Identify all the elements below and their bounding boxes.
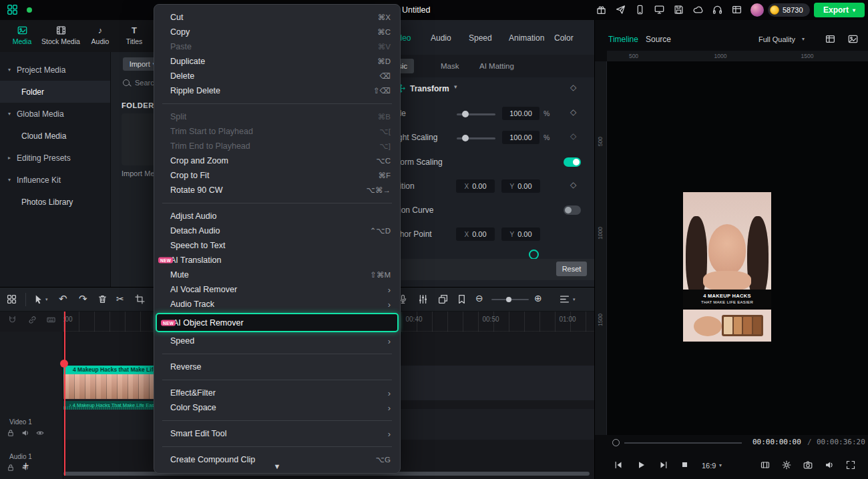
menu-item[interactable]: Trim Start to Playhead ⌥[ › (154, 124, 400, 139)
tab-animation[interactable]: Animation (509, 33, 544, 43)
tab-timeline-preview[interactable]: Timeline (608, 35, 638, 44)
menu-item[interactable]: Mute ⇧⌘M › (154, 268, 400, 282)
sidebar-item[interactable]: Influence Kit (0, 169, 110, 191)
anchor-x-field[interactable]: X0.00 (456, 227, 495, 241)
sidebar-item[interactable]: Folder (0, 81, 110, 103)
menu-item[interactable]: NEW AI Translation › (154, 253, 400, 268)
zoom-in-icon[interactable]: ⊕ (534, 293, 542, 304)
record-screen-icon[interactable] (803, 460, 813, 470)
subtab-mask[interactable]: Mask (434, 59, 465, 73)
play-button[interactable] (636, 460, 646, 470)
render-settings-icon[interactable] (782, 460, 791, 470)
menu-item[interactable]: Color Space › (154, 400, 400, 415)
select-tool-caret-icon[interactable]: ▾ (45, 297, 48, 302)
menu-item[interactable]: Paste ⌘V › (154, 39, 400, 54)
anchor-y-field[interactable]: Y0.00 (501, 227, 540, 241)
tab-stock-media[interactable]: Stock Media (39, 25, 83, 45)
video-hide-icon[interactable] (36, 429, 44, 437)
timeline-zoom-slider[interactable] (491, 299, 529, 300)
height-scaling-knob[interactable] (462, 135, 469, 141)
menu-item[interactable]: NEW AI Object Remover › (156, 313, 399, 332)
phone-link-icon[interactable] (635, 5, 645, 15)
keyframe-layers-icon[interactable] (438, 294, 448, 304)
mute-preview-icon[interactable] (825, 460, 834, 470)
uniform-scaling-toggle[interactable] (564, 157, 581, 167)
height-scaling-slider[interactable] (457, 137, 495, 139)
audio-mixer-icon[interactable] (418, 294, 428, 304)
sidebar-item[interactable]: Photos Library (0, 191, 110, 213)
sidebar-item[interactable]: Editing Presets (0, 147, 110, 169)
menu-item[interactable]: Speech to Text › (154, 238, 400, 253)
manage-tracks-icon[interactable] (560, 294, 570, 304)
menu-scroll-down-icon[interactable]: ▼ (274, 462, 281, 470)
reset-button[interactable]: Reset (556, 262, 587, 276)
tab-source-preview[interactable]: Source (646, 35, 671, 44)
audio-lock-icon[interactable] (7, 464, 15, 472)
playhead[interactable] (64, 312, 65, 476)
menu-item[interactable]: Copy ⌘C › (154, 25, 400, 39)
manage-tracks-caret-icon[interactable]: ▾ (573, 297, 576, 302)
menu-item[interactable]: Delete ⌫ › (154, 69, 400, 83)
snapshot-icon[interactable] (761, 460, 770, 470)
menu-item[interactable]: Speed › (154, 334, 400, 348)
delete-clip-icon[interactable] (97, 294, 107, 304)
export-button[interactable]: Export ▾ (814, 3, 865, 17)
menu-item[interactable]: Rotate 90 CW ⌥⌘→ › (154, 183, 400, 197)
scale-slider-knob[interactable] (462, 111, 469, 117)
auto-ripple-icon[interactable] (8, 316, 17, 324)
timeline-zoom-knob[interactable] (506, 297, 511, 302)
aspect-caret-icon[interactable]: ▾ (719, 462, 722, 468)
sidebar-item[interactable]: Global Media (0, 103, 110, 125)
menu-item[interactable]: Detach Audio ⌃⌥D › (154, 223, 400, 238)
previous-frame-button[interactable] (614, 460, 623, 470)
tab-color[interactable]: Color (554, 33, 574, 43)
rotate-dial[interactable] (529, 250, 539, 260)
support-headset-icon[interactable] (712, 5, 722, 15)
coin-badge[interactable]: 58730 (768, 3, 810, 17)
preview-scrub-track[interactable] (624, 442, 742, 444)
tab-speed[interactable]: Speed (469, 33, 492, 43)
menu-item[interactable]: Cut ⌘X › (154, 10, 400, 25)
scale-slider[interactable] (457, 113, 495, 115)
redo-icon[interactable]: ↷ (79, 293, 87, 305)
menu-item[interactable]: Crop to Fit ⌘F › (154, 168, 400, 183)
menu-item[interactable]: Ripple Delete ⇧⌫ › (154, 83, 400, 98)
tab-titles[interactable]: T Titles (120, 25, 148, 45)
video-preview-frame[interactable]: 4 MAKEUP HACKS THAT MAKE LIFE EASIER (683, 192, 771, 342)
scale-value-field[interactable]: 100.00 (502, 107, 539, 120)
link-clips-icon[interactable] (28, 316, 37, 324)
media-view-icon[interactable] (7, 294, 17, 304)
preview-canvas[interactable]: 4 MAKEUP HACKS THAT MAKE LIFE EASIER (607, 61, 868, 435)
scale-keyframe-icon[interactable]: ◇ (570, 107, 576, 117)
fullscreen-icon[interactable] (846, 460, 855, 470)
video-lock-icon[interactable] (7, 429, 15, 437)
display-icon[interactable] (654, 5, 664, 15)
user-avatar[interactable] (750, 3, 764, 17)
aspect-ratio-dropdown[interactable]: 16:9 (702, 462, 716, 470)
motion-curve-toggle[interactable] (564, 205, 581, 215)
send-icon[interactable] (616, 5, 626, 15)
stop-button[interactable] (680, 460, 689, 469)
video-mute-icon[interactable] (21, 429, 29, 437)
grid-view-icon[interactable] (825, 34, 835, 44)
cloud-icon[interactable] (693, 5, 703, 15)
position-x-field[interactable]: X0.00 (456, 179, 495, 193)
position-y-field[interactable]: Y0.00 (501, 179, 540, 193)
next-frame-button[interactable] (659, 460, 668, 470)
menu-item[interactable]: Effect&Filter › (154, 386, 400, 400)
background-image-icon[interactable] (848, 34, 858, 44)
save-icon[interactable] (674, 5, 684, 15)
menu-item[interactable]: Crop and Zoom ⌥C › (154, 153, 400, 168)
position-keyframe-icon[interactable]: ◇ (570, 180, 576, 189)
menu-item[interactable]: Trim End to Playhead ⌥] › (154, 139, 400, 153)
preview-scrub-knob[interactable] (612, 439, 620, 446)
quality-dropdown[interactable]: Full Quality (758, 35, 795, 43)
add-marker-icon[interactable] (457, 294, 467, 304)
select-tool-icon[interactable] (33, 294, 43, 304)
tab-prop-audio[interactable]: Audio (431, 33, 451, 43)
sidebar-item[interactable]: Project Media (0, 59, 110, 81)
menu-item[interactable]: Adjust Audio › (154, 209, 400, 223)
transform-keyframe-icon[interactable]: ◇ (570, 83, 576, 92)
zoom-out-icon[interactable]: ⊖ (475, 293, 483, 304)
height-scaling-keyframe-icon[interactable]: ◇ (570, 131, 576, 141)
